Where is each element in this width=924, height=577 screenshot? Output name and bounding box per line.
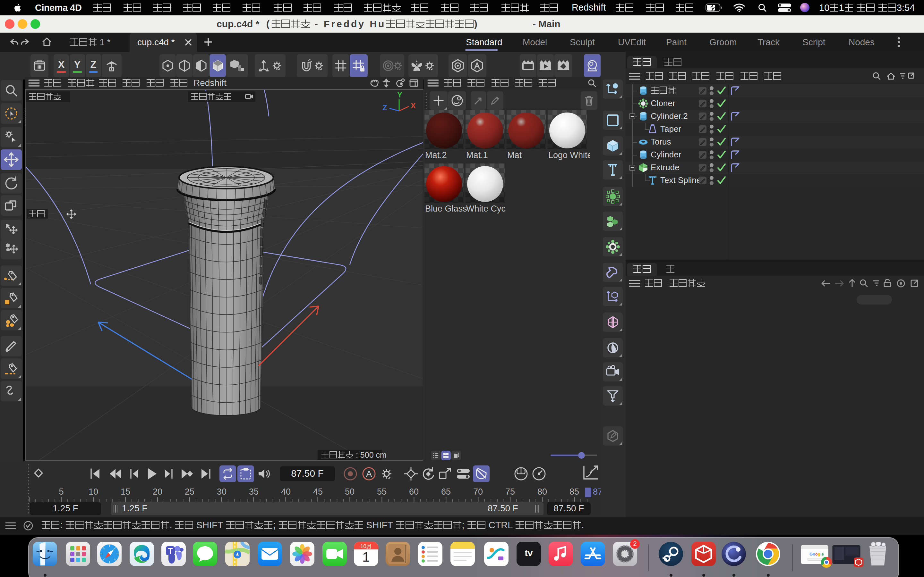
svg-text:25: 25 xyxy=(185,487,194,496)
svg-text:5: 5 xyxy=(59,487,63,496)
svg-text:60: 60 xyxy=(409,487,419,496)
svg-text:15: 15 xyxy=(121,487,130,496)
svg-text:T: T xyxy=(168,546,173,556)
svg-text:55: 55 xyxy=(377,487,387,496)
svg-text:87: 87 xyxy=(593,487,601,496)
svg-text:10: 10 xyxy=(89,487,98,496)
svg-text:X: X xyxy=(411,101,416,110)
svg-text:A: A xyxy=(366,469,372,479)
svg-text:20: 20 xyxy=(153,487,162,496)
svg-text:75: 75 xyxy=(505,487,515,496)
svg-text:40: 40 xyxy=(281,487,291,496)
svg-text:30: 30 xyxy=(217,487,226,496)
svg-text:50: 50 xyxy=(345,487,355,496)
svg-text:Y: Y xyxy=(397,92,402,99)
svg-text:80: 80 xyxy=(537,487,547,496)
svg-text:65: 65 xyxy=(441,487,451,496)
svg-text:Z: Z xyxy=(383,103,387,112)
svg-text:35: 35 xyxy=(249,487,258,496)
svg-text:45: 45 xyxy=(313,487,323,496)
svg-text:70: 70 xyxy=(473,487,483,496)
svg-text:85: 85 xyxy=(569,487,579,496)
